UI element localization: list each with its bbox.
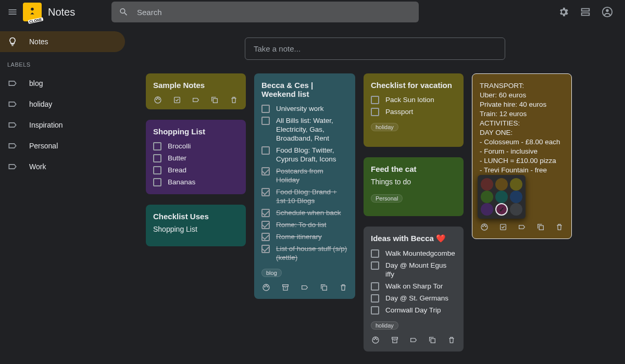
label-button[interactable] (300, 282, 310, 293)
palette-button[interactable] (153, 95, 162, 105)
label-button[interactable] (409, 335, 418, 345)
checklist-item[interactable]: Day @ St. Germans (371, 292, 456, 304)
view-toggle-button[interactable] (578, 5, 593, 19)
archive-button[interactable] (281, 282, 291, 293)
checkbox-button[interactable] (172, 95, 181, 105)
account-button[interactable] (600, 5, 615, 19)
checklist-item[interactable]: Rome itinerary (261, 231, 348, 243)
note-chip[interactable]: holiday (371, 123, 398, 131)
color-swatch[interactable] (510, 191, 522, 203)
delete-button[interactable] (338, 282, 348, 293)
color-swatch[interactable] (510, 178, 522, 191)
delete-button[interactable] (447, 335, 456, 345)
sidebar-item-label[interactable]: Inspiration (0, 115, 125, 135)
sidebar-item-label[interactable]: Work (0, 156, 125, 177)
label-button[interactable] (517, 222, 527, 232)
copy-button[interactable] (536, 222, 545, 232)
checklist-item[interactable]: Passport (371, 106, 456, 118)
menu-button[interactable] (5, 5, 20, 19)
checkbox[interactable] (261, 221, 270, 229)
take-note-input[interactable]: Take a note... (245, 37, 505, 60)
color-swatch[interactable] (495, 178, 508, 191)
delete-button[interactable] (555, 222, 564, 232)
checklist-item[interactable]: Food Blog: Twitter, Cyprus Draft, Icons (261, 144, 348, 165)
checkbox[interactable] (153, 166, 161, 174)
label-button[interactable] (191, 95, 201, 105)
checkbox[interactable] (261, 233, 270, 241)
note-weekend[interactable]: Becca & Ces | Weekend list University wo… (254, 73, 355, 299)
checkbox[interactable] (371, 261, 379, 270)
sidebar-item-label[interactable]: holiday (0, 94, 125, 115)
checklist-item[interactable]: Walk on Sharp Tor (371, 280, 456, 292)
note-chip[interactable]: blog (261, 269, 282, 277)
color-swatch[interactable] (481, 203, 493, 216)
checkbox[interactable] (261, 167, 270, 175)
checklist-item[interactable]: List of house stuff (s/p) (kettle) (261, 243, 348, 263)
note-sample[interactable]: Sample Notes (146, 73, 246, 109)
checklist-item[interactable]: Walk Mountedgcombe (371, 247, 456, 259)
checkbox[interactable] (261, 105, 270, 113)
checklist-item[interactable]: All Bills list: Water, Electricity, Gas,… (261, 115, 348, 144)
checkbox[interactable] (153, 142, 161, 150)
note-rome[interactable]: TRANSPORT:Uber: 60 eurosPrivate hire: 40… (472, 73, 572, 239)
note-text-line: ACTIVITIES: (480, 119, 564, 128)
note-shopping[interactable]: Shopping List BrocolliButterBreadBananas (146, 120, 246, 194)
archive-button[interactable] (390, 335, 399, 345)
sidebar-item-label[interactable]: blog (0, 73, 125, 94)
note-feedcat[interactable]: Feed the cat Things to do Personal (364, 157, 464, 216)
note-title: Becca & Ces | Weekend list (261, 81, 348, 98)
checkbox[interactable] (371, 249, 379, 258)
sidebar-item-label[interactable]: Personal (0, 135, 125, 156)
svg-rect-15 (283, 285, 289, 286)
checklist-item[interactable]: Bread (153, 164, 239, 176)
checklist-item[interactable]: Day @ Mount Egus iffy (371, 259, 456, 280)
checkbox[interactable] (261, 117, 270, 125)
copy-button[interactable] (428, 335, 437, 345)
color-swatch[interactable] (481, 191, 493, 203)
copy-button[interactable] (210, 95, 219, 105)
note-chip[interactable]: Personal (371, 194, 403, 203)
checklist-item[interactable]: Bananas (153, 176, 239, 188)
checklist-item[interactable]: Brocolli (153, 140, 239, 152)
color-swatch[interactable] (510, 203, 522, 216)
search-bar[interactable] (111, 2, 419, 22)
delete-button[interactable] (229, 95, 239, 105)
checkbox[interactable] (153, 178, 161, 186)
sidebar-item-notes[interactable]: Notes (0, 31, 125, 52)
checklist-item[interactable]: Rome: To do list (261, 219, 348, 231)
checklist-item[interactable]: Pack Sun lotion (371, 94, 456, 106)
checklist-item[interactable]: Cornwall Day Trip (371, 304, 456, 316)
note-vacation[interactable]: Checklist for vacation Pack Sun lotionPa… (364, 73, 464, 147)
color-swatch[interactable] (495, 191, 508, 203)
checkbox[interactable] (261, 245, 270, 253)
checkbox-icon (499, 223, 507, 231)
checklist-item[interactable]: Postcards from Holiday (261, 165, 348, 186)
note-checklist-uses[interactable]: Checklist Uses Shopping List (146, 205, 246, 246)
checkbox[interactable] (371, 108, 379, 116)
checkbox[interactable] (153, 154, 161, 162)
checklist-item[interactable]: Schedule when back (261, 207, 348, 219)
checkbox[interactable] (371, 96, 379, 104)
copy-button[interactable] (319, 282, 329, 293)
palette-button[interactable] (371, 335, 380, 345)
settings-button[interactable] (556, 5, 571, 19)
checkbox[interactable] (261, 188, 270, 196)
palette-button[interactable] (261, 282, 271, 293)
checkbox[interactable] (371, 306, 379, 315)
color-swatch[interactable] (495, 203, 508, 216)
checklist-item[interactable]: Butter (153, 152, 239, 164)
checkbox[interactable] (371, 282, 379, 291)
checkbox-button[interactable] (498, 222, 508, 232)
color-swatch[interactable] (481, 178, 493, 191)
checkbox[interactable] (371, 294, 379, 303)
note-chip[interactable]: holiday (371, 321, 398, 330)
note-ideas[interactable]: Ideas with Becca ❤️ Walk MountedgcombeDa… (364, 227, 464, 352)
svg-point-13 (266, 285, 267, 286)
checkbox[interactable] (261, 209, 270, 217)
palette-button[interactable] (480, 222, 489, 232)
checklist-item[interactable]: University work (261, 103, 348, 115)
checklist-item-text: Brocolli (168, 142, 191, 150)
checkbox[interactable] (261, 146, 270, 155)
search-input[interactable] (137, 8, 411, 17)
checklist-item[interactable]: Food Blog: Brand + 1st 10 Blogs (261, 186, 348, 207)
